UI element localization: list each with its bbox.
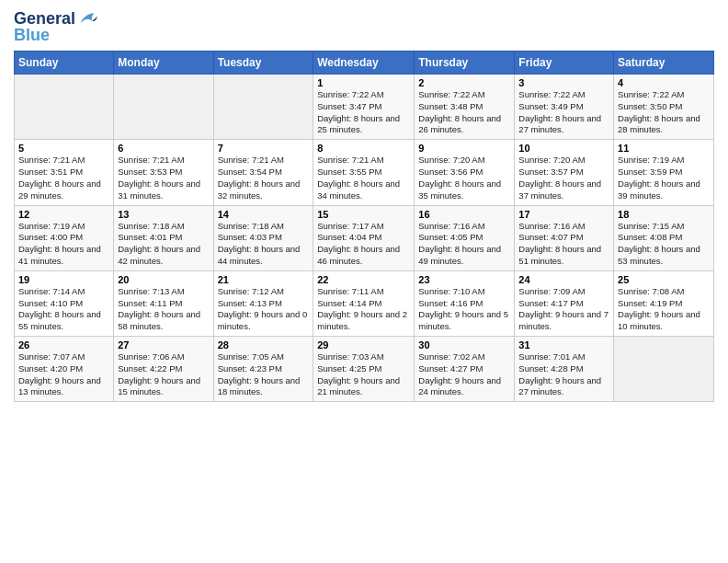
- day-info: Sunrise: 7:19 AM Sunset: 3:59 PM Dayligh…: [618, 155, 710, 201]
- day-info: Sunrise: 7:12 AM Sunset: 4:13 PM Dayligh…: [218, 286, 310, 333]
- day-info: Sunrise: 7:02 AM Sunset: 4:27 PM Dayligh…: [418, 351, 510, 398]
- day-number: 1: [317, 77, 410, 88]
- day-info: Sunrise: 7:10 AM Sunset: 4:16 PM Dayligh…: [418, 286, 510, 333]
- calendar-cell: [213, 75, 313, 140]
- calendar-cell: [114, 75, 213, 140]
- day-number: 6: [118, 143, 209, 154]
- calendar-cell: 27Sunrise: 7:06 AM Sunset: 4:22 PM Dayli…: [114, 337, 213, 402]
- calendar-cell: 6Sunrise: 7:21 AM Sunset: 3:53 PM Daylig…: [114, 140, 213, 205]
- calendar-header-monday: Monday: [114, 52, 213, 75]
- day-number: 18: [618, 209, 710, 220]
- calendar-cell: 8Sunrise: 7:21 AM Sunset: 3:55 PM Daylig…: [313, 140, 415, 205]
- day-info: Sunrise: 7:18 AM Sunset: 4:01 PM Dayligh…: [118, 221, 209, 268]
- day-info: Sunrise: 7:16 AM Sunset: 4:07 PM Dayligh…: [518, 221, 609, 268]
- calendar-cell: 16Sunrise: 7:16 AM Sunset: 4:05 PM Dayli…: [415, 205, 515, 270]
- day-info: Sunrise: 7:21 AM Sunset: 3:55 PM Dayligh…: [317, 155, 410, 201]
- calendar-cell: 4Sunrise: 7:22 AM Sunset: 3:50 PM Daylig…: [614, 75, 714, 140]
- day-number: 11: [618, 143, 710, 154]
- day-info: Sunrise: 7:06 AM Sunset: 4:22 PM Dayligh…: [118, 351, 209, 398]
- day-info: Sunrise: 7:09 AM Sunset: 4:17 PM Dayligh…: [518, 286, 609, 333]
- calendar-cell: 18Sunrise: 7:15 AM Sunset: 4:08 PM Dayli…: [614, 205, 714, 270]
- calendar-week-2: 5Sunrise: 7:21 AM Sunset: 3:51 PM Daylig…: [15, 140, 714, 205]
- calendar-cell: 19Sunrise: 7:14 AM Sunset: 4:10 PM Dayli…: [15, 270, 114, 336]
- day-number: 28: [218, 339, 310, 350]
- calendar-header-wednesday: Wednesday: [313, 52, 415, 75]
- day-info: Sunrise: 7:03 AM Sunset: 4:25 PM Dayligh…: [317, 351, 410, 398]
- day-number: 24: [518, 274, 609, 285]
- day-info: Sunrise: 7:01 AM Sunset: 4:28 PM Dayligh…: [518, 351, 609, 398]
- header: General Blue: [14, 9, 714, 45]
- calendar-week-3: 12Sunrise: 7:19 AM Sunset: 4:00 PM Dayli…: [15, 205, 714, 270]
- day-info: Sunrise: 7:16 AM Sunset: 4:05 PM Dayligh…: [418, 221, 510, 268]
- calendar-cell: 25Sunrise: 7:08 AM Sunset: 4:19 PM Dayli…: [614, 270, 714, 336]
- calendar-body: 1Sunrise: 7:22 AM Sunset: 3:47 PM Daylig…: [15, 75, 714, 402]
- day-number: 10: [518, 143, 609, 154]
- day-info: Sunrise: 7:22 AM Sunset: 3:48 PM Dayligh…: [418, 89, 510, 136]
- day-number: 22: [317, 274, 410, 285]
- day-number: 21: [218, 274, 310, 285]
- calendar-header-friday: Friday: [515, 52, 614, 75]
- day-number: 14: [218, 209, 310, 220]
- calendar-cell: 7Sunrise: 7:21 AM Sunset: 3:54 PM Daylig…: [213, 140, 313, 205]
- day-info: Sunrise: 7:19 AM Sunset: 4:00 PM Dayligh…: [18, 221, 109, 268]
- day-info: Sunrise: 7:14 AM Sunset: 4:10 PM Dayligh…: [18, 286, 109, 333]
- calendar-cell: 14Sunrise: 7:18 AM Sunset: 4:03 PM Dayli…: [213, 205, 313, 270]
- day-number: 5: [18, 143, 109, 154]
- calendar-cell: 2Sunrise: 7:22 AM Sunset: 3:48 PM Daylig…: [415, 75, 515, 140]
- day-number: 2: [418, 77, 510, 88]
- day-info: Sunrise: 7:22 AM Sunset: 3:49 PM Dayligh…: [518, 89, 609, 136]
- day-info: Sunrise: 7:17 AM Sunset: 4:04 PM Dayligh…: [317, 221, 410, 268]
- day-info: Sunrise: 7:21 AM Sunset: 3:54 PM Dayligh…: [218, 155, 310, 201]
- day-number: 8: [317, 143, 410, 154]
- calendar-cell: 22Sunrise: 7:11 AM Sunset: 4:14 PM Dayli…: [313, 270, 415, 336]
- day-info: Sunrise: 7:13 AM Sunset: 4:11 PM Dayligh…: [118, 286, 209, 333]
- day-number: 25: [618, 274, 710, 285]
- calendar-header-tuesday: Tuesday: [213, 52, 313, 75]
- calendar-week-5: 26Sunrise: 7:07 AM Sunset: 4:20 PM Dayli…: [15, 337, 714, 402]
- calendar-header-thursday: Thursday: [415, 52, 515, 75]
- day-number: 31: [518, 339, 609, 350]
- calendar-cell: 1Sunrise: 7:22 AM Sunset: 3:47 PM Daylig…: [313, 75, 415, 140]
- day-number: 19: [18, 274, 109, 285]
- day-info: Sunrise: 7:18 AM Sunset: 4:03 PM Dayligh…: [218, 221, 310, 268]
- calendar-cell: 10Sunrise: 7:20 AM Sunset: 3:57 PM Dayli…: [515, 140, 614, 205]
- day-info: Sunrise: 7:05 AM Sunset: 4:23 PM Dayligh…: [218, 351, 310, 398]
- day-number: 3: [518, 77, 609, 88]
- logo: General Blue: [14, 9, 97, 45]
- day-info: Sunrise: 7:20 AM Sunset: 3:57 PM Dayligh…: [518, 155, 609, 201]
- calendar-cell: 26Sunrise: 7:07 AM Sunset: 4:20 PM Dayli…: [15, 337, 114, 402]
- calendar-cell: 17Sunrise: 7:16 AM Sunset: 4:07 PM Dayli…: [515, 205, 614, 270]
- day-number: 29: [317, 339, 410, 350]
- calendar-cell: 20Sunrise: 7:13 AM Sunset: 4:11 PM Dayli…: [114, 270, 213, 336]
- day-number: 17: [518, 209, 609, 220]
- calendar-week-4: 19Sunrise: 7:14 AM Sunset: 4:10 PM Dayli…: [15, 270, 714, 336]
- day-number: 9: [418, 143, 510, 154]
- day-info: Sunrise: 7:15 AM Sunset: 4:08 PM Dayligh…: [618, 221, 710, 268]
- calendar-cell: 28Sunrise: 7:05 AM Sunset: 4:23 PM Dayli…: [213, 337, 313, 402]
- day-number: 15: [317, 209, 410, 220]
- calendar-cell: 30Sunrise: 7:02 AM Sunset: 4:27 PM Dayli…: [415, 337, 515, 402]
- calendar-cell: [614, 337, 714, 402]
- calendar-cell: 11Sunrise: 7:19 AM Sunset: 3:59 PM Dayli…: [614, 140, 714, 205]
- day-number: 16: [418, 209, 510, 220]
- day-number: 23: [418, 274, 510, 285]
- day-number: 27: [118, 339, 209, 350]
- calendar-cell: 31Sunrise: 7:01 AM Sunset: 4:28 PM Dayli…: [515, 337, 614, 402]
- calendar-cell: [15, 75, 114, 140]
- calendar-table: SundayMondayTuesdayWednesdayThursdayFrid…: [14, 51, 714, 402]
- calendar-header-sunday: Sunday: [15, 52, 114, 75]
- day-info: Sunrise: 7:11 AM Sunset: 4:14 PM Dayligh…: [317, 286, 410, 333]
- page: General Blue SundayMondayTuesdayWednesda…: [0, 0, 728, 563]
- day-info: Sunrise: 7:07 AM Sunset: 4:20 PM Dayligh…: [18, 351, 109, 398]
- calendar-cell: 23Sunrise: 7:10 AM Sunset: 4:16 PM Dayli…: [415, 270, 515, 336]
- calendar-cell: 13Sunrise: 7:18 AM Sunset: 4:01 PM Dayli…: [114, 205, 213, 270]
- calendar-cell: 29Sunrise: 7:03 AM Sunset: 4:25 PM Dayli…: [313, 337, 415, 402]
- day-number: 12: [18, 209, 109, 220]
- calendar-header-row: SundayMondayTuesdayWednesdayThursdayFrid…: [15, 52, 714, 75]
- calendar-cell: 3Sunrise: 7:22 AM Sunset: 3:49 PM Daylig…: [515, 75, 614, 140]
- calendar-cell: 15Sunrise: 7:17 AM Sunset: 4:04 PM Dayli…: [313, 205, 415, 270]
- day-number: 4: [618, 77, 710, 88]
- day-info: Sunrise: 7:22 AM Sunset: 3:50 PM Dayligh…: [618, 89, 710, 136]
- day-number: 30: [418, 339, 510, 350]
- calendar-cell: 21Sunrise: 7:12 AM Sunset: 4:13 PM Dayli…: [213, 270, 313, 336]
